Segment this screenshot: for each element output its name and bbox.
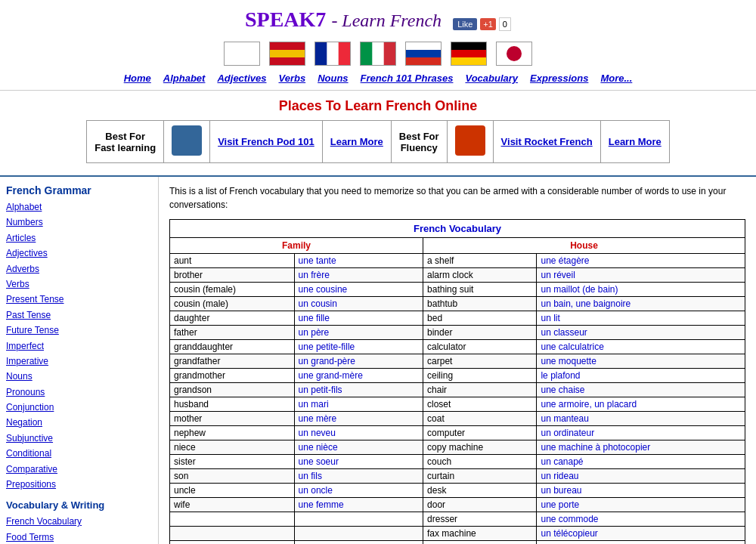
sidebar-link-adjectives[interactable]: Adjectives — [6, 246, 152, 261]
flag-russia[interactable] — [405, 42, 442, 66]
table-row: daughter une fille bed un lit — [170, 311, 745, 326]
sidebar-link-future-tense[interactable]: Future Tense — [6, 323, 152, 338]
sidebar-link-alphabet[interactable]: Alphabet — [6, 199, 152, 215]
flag-bar — [0, 42, 756, 66]
table-row: mother une mère coat un manteau — [170, 412, 745, 426]
family-fr: un grand-père — [294, 354, 423, 369]
house-fr: un canapé — [537, 455, 745, 469]
french-pod-learn-more[interactable]: Learn More — [330, 136, 383, 147]
family-fr — [294, 541, 423, 545]
flag-saudi-arabia[interactable] — [224, 42, 260, 66]
vocabulary-table: French Vocabulary Family House aunt une … — [169, 219, 745, 544]
sidebar-link-verbs[interactable]: Verbs — [6, 277, 152, 292]
sidebar-link-conjunction[interactable]: Conjunction — [6, 400, 152, 415]
family-fr: un cousin — [294, 297, 423, 311]
flag-france[interactable] — [314, 42, 351, 66]
sidebar-link-nouns[interactable]: Nouns — [6, 369, 152, 384]
content-description: This is a list of French vocabulary that… — [169, 184, 745, 212]
family-fr: un neveu — [294, 426, 423, 440]
flag-germany[interactable] — [451, 42, 487, 66]
nav-more[interactable]: More... — [600, 73, 632, 84]
table-row: aunt une tante a shelf une étagère — [170, 254, 745, 268]
family-fr: une fille — [294, 311, 423, 326]
ad2-link[interactable]: Visit Rocket French — [493, 121, 600, 163]
flag-italy[interactable] — [360, 42, 396, 66]
sidebar-link-subjunctive[interactable]: Subjunctive — [6, 431, 152, 446]
nav-nouns[interactable]: Nouns — [318, 73, 348, 84]
flag-spain[interactable] — [269, 42, 305, 66]
nav-adjectives[interactable]: Adjectives — [217, 73, 266, 84]
house-en: fax machine — [423, 527, 537, 541]
family-en: grandfather — [170, 354, 295, 369]
table-row: husband un mari closet une armoire, un p… — [170, 397, 745, 412]
rocket-french-learn-more[interactable]: Learn More — [609, 136, 662, 147]
house-fr: une moquette — [537, 354, 745, 369]
grammar-section-title: French Grammar — [6, 184, 152, 196]
ad2-best-for: Best For Fluency — [391, 121, 447, 163]
sidebar-link-prepositions[interactable]: Prepositions — [6, 477, 152, 492]
house-fr: une étagère — [537, 254, 745, 268]
family-en: niece — [170, 440, 295, 455]
house-fr: un maillot (de bain) — [537, 283, 745, 297]
table-row: brother un frère alarm clock un réveil — [170, 268, 745, 283]
sidebar-link-imperative[interactable]: Imperative — [6, 354, 152, 369]
site-header: SPEAK7 - Learn French Like +1 0 — [0, 0, 756, 36]
nav-vocabulary[interactable]: Vocabulary — [465, 73, 518, 84]
flag-japan[interactable] — [496, 42, 532, 66]
sidebar-link-past-tense[interactable]: Past Tense — [6, 308, 152, 323]
nav-alphabet[interactable]: Alphabet — [163, 73, 206, 84]
sidebar-link-negation[interactable]: Negation — [6, 415, 152, 430]
house-en: bathing suit — [423, 283, 537, 297]
sidebar-link-comparative[interactable]: Comparative — [6, 462, 152, 477]
rocket-french-link[interactable]: Visit Rocket French — [501, 136, 593, 147]
house-fr: un bain, une baignoire — [537, 297, 745, 311]
house-fr: un lit — [537, 311, 745, 326]
nav-phrases[interactable]: French 101 Phrases — [361, 73, 454, 84]
places-title: Places To Learn French Online — [8, 98, 748, 114]
sidebar-link-pronouns[interactable]: Pronouns — [6, 385, 152, 400]
ad1-link[interactable]: Visit French Pod 101 — [210, 121, 323, 163]
family-en: father — [170, 326, 295, 340]
sidebar-link-present-tense[interactable]: Present Tense — [6, 292, 152, 307]
facebook-like-button[interactable]: Like — [453, 18, 477, 30]
sidebar-link-food-terms[interactable]: Food Terms — [6, 530, 152, 544]
table-row: grandmother une grand-mère ceiling le pl… — [170, 369, 745, 383]
family-en: wife — [170, 498, 295, 512]
site-title: SPEAK7 - Learn French — [245, 8, 447, 31]
family-fr: une femme — [294, 498, 423, 512]
house-fr: une chaise — [537, 383, 745, 397]
house-en: dresser — [423, 512, 537, 527]
sidebar-link-adverbs[interactable]: Adverbs — [6, 261, 152, 277]
ad1-best-for: Best For Fast learning — [87, 121, 164, 163]
house-fr: un télécopieur — [537, 527, 745, 541]
nav-home[interactable]: Home — [124, 73, 151, 84]
family-en: husband — [170, 397, 295, 412]
ad1-learn-more[interactable]: Learn More — [322, 121, 391, 163]
family-en: nephew — [170, 426, 295, 440]
nav-expressions[interactable]: Expressions — [530, 73, 588, 84]
sidebar-link-conditional[interactable]: Conditional — [6, 446, 152, 461]
house-en: couch — [423, 455, 537, 469]
house-en: closet — [423, 397, 537, 412]
house-fr: un réveil — [537, 268, 745, 283]
french-pod-logo — [172, 125, 202, 156]
house-fr: un bureau — [537, 484, 745, 498]
house-en: copy machine — [423, 440, 537, 455]
main-layout: French Grammar Alphabet Numbers Articles… — [0, 175, 756, 544]
sidebar-link-articles[interactable]: Articles — [6, 230, 152, 246]
sidebar-link-numbers[interactable]: Numbers — [6, 215, 152, 230]
table-row: dresser une commode — [170, 512, 745, 527]
french-pod-link[interactable]: Visit French Pod 101 — [218, 136, 314, 147]
family-fr: un père — [294, 326, 423, 340]
ad2-learn-more[interactable]: Learn More — [600, 121, 669, 163]
places-banner: Places To Learn French Online Best For F… — [0, 91, 756, 171]
family-en: cousin (male) — [170, 297, 295, 311]
google-plus-button[interactable]: +1 — [480, 18, 496, 30]
sidebar-link-imperfect[interactable]: Imperfect — [6, 338, 152, 354]
house-en: desk — [423, 484, 537, 498]
nav-verbs[interactable]: Verbs — [278, 73, 305, 84]
sidebar-link-french-vocab[interactable]: French Vocabulary — [6, 514, 152, 529]
family-en: grandson — [170, 383, 295, 397]
house-en: computer — [423, 426, 537, 440]
house-fr: un rideau — [537, 469, 745, 484]
